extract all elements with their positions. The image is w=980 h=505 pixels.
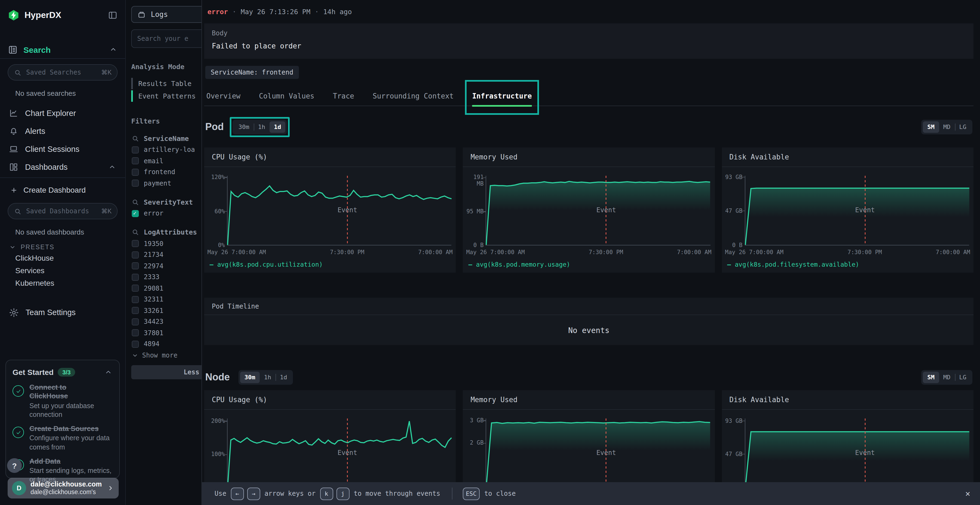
tab-surrounding-context[interactable]: Surrounding Context [373, 87, 453, 106]
node-chart-size-option-lg[interactable]: LG [955, 372, 971, 383]
sidebar-item-dashboards[interactable]: Dashboards [0, 158, 125, 176]
y-tick-label: 0 B [732, 242, 742, 248]
filter-group-name: LogAttributes [144, 228, 197, 236]
sidebar-item-alerts[interactable]: Alerts [0, 122, 125, 140]
preset-item-services[interactable]: Services [0, 264, 125, 276]
checkbox[interactable] [132, 169, 139, 176]
preset-list: ClickHouseServicesKubernetes [0, 251, 125, 289]
checkbox[interactable] [132, 146, 139, 154]
filter-value-label: error [144, 210, 163, 218]
node-chart-size-option-md[interactable]: MD [939, 372, 955, 383]
checkbox[interactable] [132, 296, 139, 303]
service-name-tag[interactable]: ServiceName: frontend [205, 66, 299, 79]
tab-trace[interactable]: Trace [333, 87, 354, 106]
create-dashboard-button[interactable]: Create Dashboard [0, 182, 125, 197]
x-tick-label-middle: 7:30:00 PM [848, 249, 882, 255]
checkbox[interactable] [132, 329, 139, 337]
help-button[interactable]: ? [7, 458, 22, 473]
get-started-item-desc: Set up your database connection [29, 401, 112, 419]
pod-time-range-option-1h[interactable]: 1h [254, 121, 270, 132]
event-marker-label: Event [855, 449, 875, 456]
source-selector-button[interactable]: Logs [131, 6, 213, 23]
sidebar-item-client-sessions[interactable]: Client Sessions [0, 140, 125, 158]
source-selector-label: Logs [151, 10, 168, 19]
get-started-item-title[interactable]: Create Data Sources [29, 424, 101, 434]
node-time-range-option-1h[interactable]: 1h [260, 372, 276, 383]
event-search-placeholder: Search your e [137, 35, 188, 43]
y-tick-mark [742, 211, 745, 211]
pod-time-range: 30m1h1d [232, 119, 287, 134]
y-tick-label: 2 GB [470, 440, 484, 446]
y-tick-mark [224, 211, 227, 212]
checkbox[interactable] [132, 251, 139, 259]
checkbox[interactable] [132, 180, 139, 187]
event-timestamp: May 26 7:13:26 PM [241, 8, 310, 16]
pod-section-header: Pod 30m1h1d SMMDLG [204, 115, 974, 138]
node-time-range-group: 30m1h1d [239, 370, 293, 384]
tab-overview[interactable]: Overview [206, 87, 240, 106]
checkbox[interactable] [132, 307, 139, 314]
saved-dashboards-input[interactable]: Saved Dashboards ⌘K [8, 203, 118, 219]
filter-group-name: SeverityText [144, 198, 193, 206]
sidebar-item-search[interactable]: Search [0, 43, 125, 57]
chart-body: 120%60%0%Event [206, 176, 452, 245]
gear-icon [9, 307, 19, 318]
user-menu[interactable]: D dale@clickhouse.com dale@clickhouse.co… [8, 478, 119, 499]
pod-time-range-option-1d[interactable]: 1d [269, 121, 286, 132]
get-started-header[interactable]: Get Started 3/3 [13, 367, 113, 378]
y-tick-label: 0% [218, 242, 225, 248]
sidebar-item-label: Dashboards [25, 162, 67, 171]
chevron-down-icon [131, 351, 139, 359]
get-started-item-title[interactable]: Add Data [29, 457, 101, 466]
saved-searches-input[interactable]: Saved Searches ⌘K [8, 64, 118, 81]
y-tick-mark [742, 177, 745, 178]
chevron-down-icon [9, 243, 16, 251]
presets-toggle[interactable]: PRESETS [0, 243, 125, 251]
pod-chart-size: SMMDLG [921, 119, 973, 134]
divider [0, 178, 125, 178]
close-icon[interactable]: ✕ [965, 489, 970, 499]
filter-value-label: 32311 [144, 296, 163, 303]
sidebar-item-chart-explorer[interactable]: Chart Explorer [0, 104, 125, 122]
checkbox-checked[interactable] [132, 210, 139, 217]
checkbox[interactable] [132, 318, 139, 326]
y-tick-label: 93 GB [725, 418, 742, 424]
legend-series-label: avg(k8s.pod.filesystem.available) [735, 260, 859, 268]
legend-line-swatch: — [210, 260, 213, 268]
collapse-sidebar-icon[interactable] [108, 10, 118, 20]
x-tick-label-middle: 7:30:00 PM [330, 249, 364, 255]
filter-value-label: payment [144, 179, 171, 187]
checkbox[interactable] [132, 240, 139, 247]
node-chart-size-group: SMMDLG [921, 370, 973, 384]
checkbox[interactable] [132, 341, 139, 348]
tab-column-values[interactable]: Column Values [259, 87, 314, 106]
pod-chart-size-option-lg[interactable]: LG [955, 121, 971, 132]
avatar: D [12, 481, 26, 495]
checkbox[interactable] [132, 285, 139, 292]
filter-value-label: 29081 [144, 284, 163, 292]
event-marker-label: Event [597, 449, 616, 456]
show-more-label: Show more [142, 351, 178, 359]
tab-infrastructure[interactable]: Infrastructure [472, 87, 531, 106]
body-value: Failed to place order [212, 42, 966, 50]
node-chart-size-option-sm[interactable]: SM [923, 372, 939, 383]
pod-time-range-option-30m[interactable]: 30m [234, 121, 254, 132]
y-tick-mark [483, 177, 486, 178]
checkbox[interactable] [132, 274, 139, 281]
filter-value-label: 37801 [144, 329, 163, 337]
get-started-item-title[interactable]: Connect to ClickHouse [29, 383, 101, 401]
pod-chart-size-option-md[interactable]: MD [939, 121, 955, 132]
sidebar-item-team-settings[interactable]: Team Settings [0, 305, 125, 319]
chart-body: 200%100%Event [206, 418, 452, 488]
checkbox[interactable] [132, 262, 139, 270]
pod-chart-size-option-sm[interactable]: SM [923, 121, 939, 132]
filter-group-name: ServiceName [144, 134, 189, 142]
node-time-range-option-30m[interactable]: 30m [240, 372, 260, 383]
j-key: j [336, 487, 349, 500]
separator-dot: · [232, 8, 236, 16]
preset-item-kubernetes[interactable]: Kubernetes [0, 276, 125, 289]
checkbox[interactable] [132, 157, 139, 165]
preset-item-clickhouse[interactable]: ClickHouse [0, 251, 125, 264]
x-tick-label-middle: 7:30:00 PM [589, 249, 623, 255]
node-time-range-option-1d[interactable]: 1d [275, 372, 291, 383]
